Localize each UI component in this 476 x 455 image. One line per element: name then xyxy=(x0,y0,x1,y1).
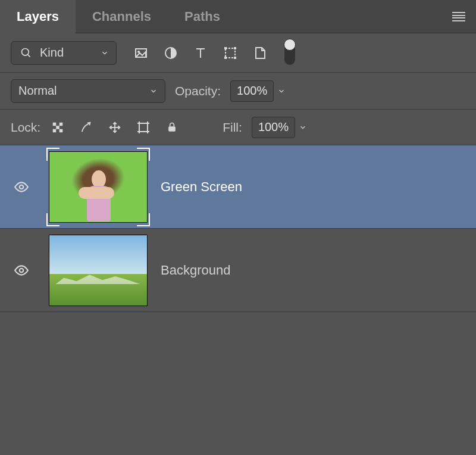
layer-name[interactable]: Background xyxy=(161,263,230,278)
svg-rect-8 xyxy=(224,47,227,49)
filter-kind-dropdown[interactable]: Kind xyxy=(11,41,117,65)
lock-artboard-icon[interactable] xyxy=(136,120,151,135)
svg-rect-13 xyxy=(60,122,63,126)
svg-rect-11 xyxy=(234,57,236,59)
lock-image-icon[interactable] xyxy=(79,120,94,135)
filter-type-buttons xyxy=(133,41,295,65)
visibility-eye-icon[interactable] xyxy=(14,179,29,195)
filter-toggle[interactable] xyxy=(284,41,295,65)
layers-list: Green Screen Background xyxy=(0,145,476,455)
svg-rect-9 xyxy=(234,47,236,49)
filter-smartobject-icon[interactable] xyxy=(252,45,268,61)
filter-adjustment-icon[interactable] xyxy=(163,45,178,61)
svg-rect-16 xyxy=(60,129,63,132)
fill-group: 100% xyxy=(252,117,307,138)
blend-mode-value: Normal xyxy=(18,84,57,98)
layer-thumbnail[interactable] xyxy=(48,232,149,308)
lock-transparent-icon[interactable] xyxy=(50,120,65,135)
svg-point-27 xyxy=(20,185,24,189)
panel-menu-icon[interactable] xyxy=(452,12,465,21)
filter-type-icon[interactable] xyxy=(193,45,208,61)
lock-row: Lock: Fill: 100% xyxy=(0,110,476,145)
fill-field[interactable]: 100% xyxy=(252,117,295,138)
tab-channels[interactable]: Channels xyxy=(76,0,168,33)
fill-label: Fill: xyxy=(223,120,242,135)
chevron-down-icon xyxy=(149,87,158,95)
opacity-dropdown-icon[interactable] xyxy=(277,87,286,95)
tab-paths[interactable]: Paths xyxy=(168,0,237,33)
blend-row: Normal Opacity: 100% xyxy=(0,73,476,110)
layer-row[interactable]: Green Screen xyxy=(0,145,476,229)
svg-rect-7 xyxy=(226,48,235,58)
lock-position-icon[interactable] xyxy=(107,120,123,135)
svg-rect-14 xyxy=(56,126,60,129)
svg-line-1 xyxy=(28,54,30,57)
lock-buttons xyxy=(50,120,180,135)
svg-rect-17 xyxy=(139,123,148,132)
visibility-eye-icon[interactable] xyxy=(14,263,29,278)
opacity-field[interactable]: 100% xyxy=(230,80,274,102)
svg-rect-15 xyxy=(53,129,57,132)
svg-point-0 xyxy=(22,48,29,55)
blend-mode-dropdown[interactable]: Normal xyxy=(11,79,165,103)
opacity-group: 100% xyxy=(230,80,286,102)
tab-layers[interactable]: Layers xyxy=(0,0,76,33)
layer-name[interactable]: Green Screen xyxy=(161,179,242,195)
svg-rect-10 xyxy=(224,57,227,59)
layer-thumbnail[interactable] xyxy=(48,149,149,225)
layers-panel: Layers Channels Paths Kind xyxy=(0,0,476,455)
filter-shape-icon[interactable] xyxy=(223,45,238,61)
chevron-down-icon xyxy=(101,49,109,57)
fill-dropdown-icon[interactable] xyxy=(299,123,307,132)
search-icon xyxy=(18,45,34,61)
lock-all-icon[interactable] xyxy=(164,120,180,135)
filter-pixel-icon[interactable] xyxy=(133,45,149,61)
lock-label: Lock: xyxy=(11,120,40,135)
svg-rect-26 xyxy=(168,126,176,131)
panel-tabbar: Layers Channels Paths xyxy=(0,0,476,33)
filter-row: Kind xyxy=(0,33,476,73)
layer-row[interactable]: Background xyxy=(0,229,476,312)
svg-rect-12 xyxy=(53,122,57,126)
filter-kind-label: Kind xyxy=(40,46,64,60)
svg-point-28 xyxy=(20,268,24,272)
opacity-label: Opacity: xyxy=(175,84,221,98)
